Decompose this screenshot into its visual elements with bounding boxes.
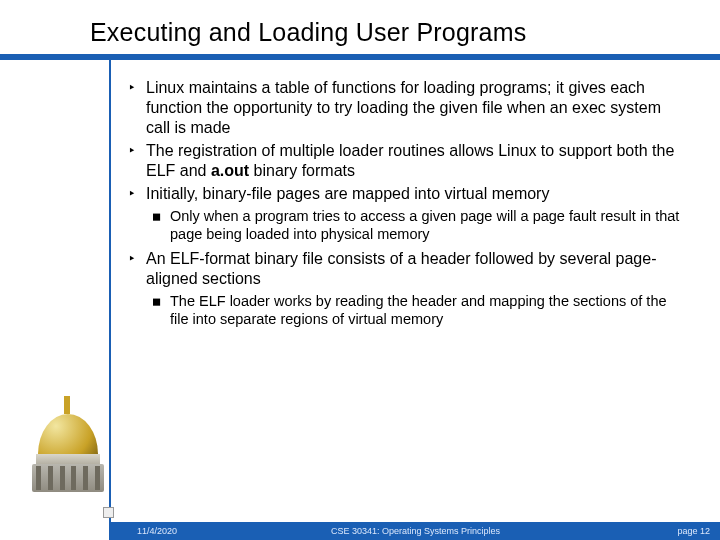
bullet-level1: ‣Linux maintains a table of functions fo… (128, 78, 688, 138)
square-bullet-icon: ◼ (152, 207, 170, 243)
footer-course: CSE 30341: Operating Systems Principles (111, 526, 720, 536)
decorative-square (103, 507, 114, 518)
bullet-level1: ‣An ELF-format binary file consists of a… (128, 249, 688, 289)
arrow-bullet-icon: ‣ (128, 78, 146, 138)
slide-title: Executing and Loading User Programs (90, 18, 526, 47)
square-bullet-icon: ◼ (152, 292, 170, 328)
arrow-bullet-icon: ‣ (128, 249, 146, 289)
title-rule (0, 54, 720, 60)
arrow-bullet-icon: ‣ (128, 141, 146, 181)
bullet-text: Initially, binary-file pages are mapped … (146, 184, 688, 204)
bullet-text: The registration of multiple loader rout… (146, 141, 688, 181)
bullet-text: The ELF loader works by reading the head… (170, 292, 688, 328)
footer-page: page 12 (677, 526, 710, 536)
slide: Executing and Loading User Programs ‣Lin… (0, 0, 720, 540)
bullet-text: Linux maintains a table of functions for… (146, 78, 688, 138)
slide-body: ‣Linux maintains a table of functions fo… (128, 78, 688, 335)
footer-bar: 11/4/2020 CSE 30341: Operating Systems P… (111, 522, 720, 540)
bullet-level2: ◼The ELF loader works by reading the hea… (152, 292, 688, 328)
bullet-level1: ‣The registration of multiple loader rou… (128, 141, 688, 181)
bullet-level2: ◼Only when a program tries to access a g… (152, 207, 688, 243)
bullet-text: Only when a program tries to access a gi… (170, 207, 688, 243)
arrow-bullet-icon: ‣ (128, 184, 146, 204)
left-rule (109, 54, 111, 540)
bullet-level1: ‣Initially, binary-file pages are mapped… (128, 184, 688, 204)
bullet-text: An ELF-format binary file consists of a … (146, 249, 688, 289)
institution-logo (28, 392, 106, 492)
